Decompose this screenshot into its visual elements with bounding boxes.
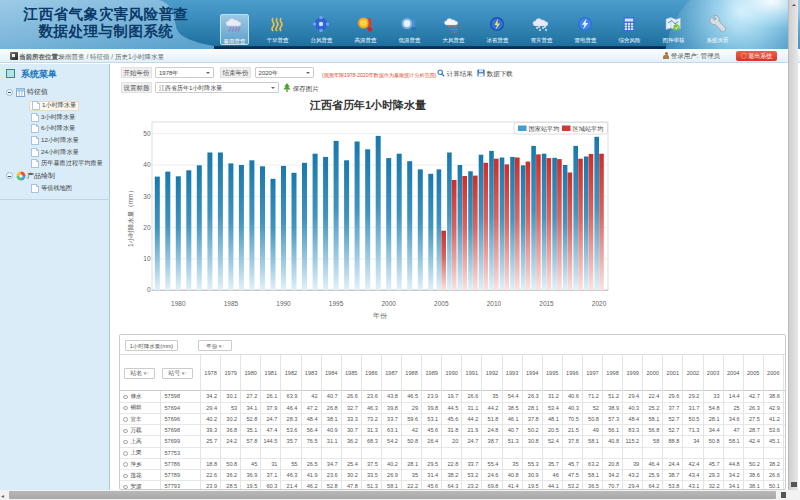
svg-text:1985: 1985	[224, 300, 239, 307]
svg-text:国家站平均: 国家站平均	[529, 125, 560, 133]
svg-text:1980: 1980	[171, 300, 186, 307]
svg-text:40: 40	[143, 161, 151, 168]
svg-text:2000: 2000	[381, 300, 396, 307]
svg-text:1990: 1990	[276, 300, 291, 307]
svg-text:区域站平均: 区域站平均	[573, 125, 604, 133]
svg-text:30: 30	[143, 193, 151, 200]
svg-text:2010: 2010	[487, 300, 502, 307]
svg-text:1小时降水量（mm）: 1小时降水量（mm）	[127, 187, 135, 247]
svg-text:1995: 1995	[329, 300, 344, 307]
svg-text:20: 20	[143, 224, 151, 231]
svg-text:年份: 年份	[373, 312, 388, 320]
svg-text:50: 50	[143, 130, 151, 137]
svg-text:2015: 2015	[539, 300, 554, 307]
svg-text:0: 0	[147, 286, 151, 293]
svg-text:江西省历年1小时降水量: 江西省历年1小时降水量	[309, 99, 426, 111]
svg-text:2020: 2020	[592, 300, 607, 307]
svg-text:2005: 2005	[434, 300, 449, 307]
svg-text:10: 10	[143, 255, 151, 262]
